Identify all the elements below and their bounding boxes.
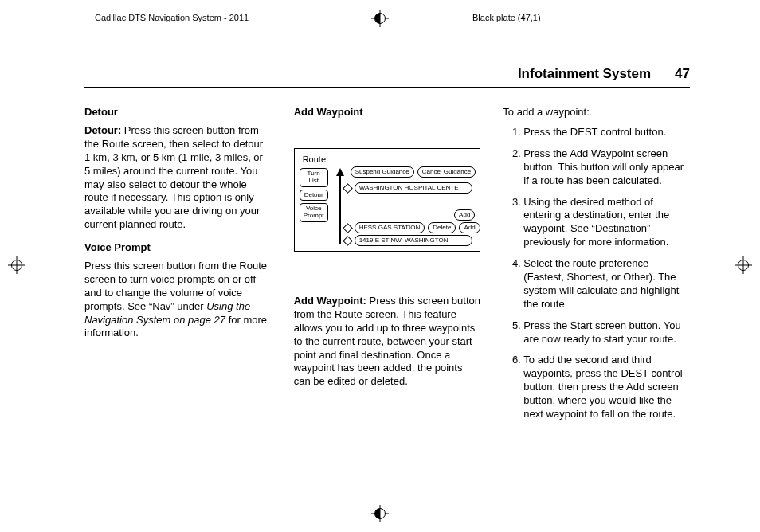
- detour-body: Press this screen button from the Route …: [84, 124, 263, 230]
- aw-body: Press this screen button from the Route …: [294, 295, 480, 387]
- step-5: Press the Start screen button. You are n…: [523, 319, 690, 346]
- route-rail-icon: [339, 174, 341, 244]
- route-start-row: 1419 E ST NW, WASHINGTON,: [344, 235, 472, 246]
- suspend-guidance-chip: Suspend Guidance: [351, 166, 414, 178]
- detour-lead: Detour:: [84, 124, 121, 136]
- column-1: Detour Detour: Press this screen button …: [84, 106, 272, 429]
- page-number: 47: [675, 65, 690, 83]
- add-button-1: Add: [454, 209, 475, 221]
- columns: Detour Detour: Press this screen button …: [84, 106, 690, 429]
- add-waypoint-paragraph: Add Waypoint: Press this screen button f…: [294, 295, 481, 389]
- header-right-text: Black plate (47,1): [472, 12, 541, 23]
- route-screen-figure: Route Turn List Detour Voice Prompt Susp…: [294, 148, 481, 252]
- add-waypoint-heading: Add Waypoint: [294, 106, 481, 119]
- route-title: Route: [303, 154, 326, 165]
- cancel-guidance-chip: Cancel Guidance: [417, 166, 476, 178]
- route-dest-row: WASHINGTON HOSPITAL CENTE: [344, 182, 472, 194]
- arrow-up-icon: [336, 168, 344, 176]
- start-marker-icon: [343, 236, 353, 246]
- step-1: Press the DEST control button.: [523, 126, 690, 139]
- running-head: Infotainment System 47: [84, 65, 690, 88]
- turn-list-button: Turn List: [300, 168, 328, 187]
- column-2: Add Waypoint Route Turn List Detour Voic…: [294, 106, 481, 429]
- registration-mark-left-icon: [8, 256, 25, 274]
- column-3: To add a waypoint: Press the DEST contro…: [503, 106, 690, 429]
- voice-prompt-button: Voice Prompt: [300, 203, 328, 222]
- destination-marker-icon: [343, 183, 353, 194]
- route-side-buttons: Turn List Detour Voice Prompt: [300, 168, 328, 222]
- destination-chip: WASHINGTON HOSPITAL CENTE: [355, 182, 472, 194]
- route-wp-row: HESS GAS STATION Delete Add: [344, 222, 480, 233]
- add-button-2: Add: [459, 222, 480, 233]
- detour-heading: Detour: [84, 106, 272, 119]
- step-3: Using the desired method of entering a d…: [523, 196, 690, 250]
- aw-lead: Add Waypoint:: [294, 295, 366, 307]
- step-4: Select the route preference (Fastest, Sh…: [523, 257, 690, 311]
- start-chip: 1419 E ST NW, WASHINGTON,: [355, 235, 472, 246]
- section-title: Infotainment System: [518, 65, 651, 83]
- voice-prompt-paragraph: Press this screen button from the Route …: [84, 260, 272, 340]
- waypoint-chip: HESS GAS STATION: [355, 222, 425, 233]
- steps-list: Press the DEST control button. Press the…: [503, 126, 690, 421]
- step-2: Press the Add Waypoint screen button. Th…: [523, 147, 690, 188]
- waypoint-marker-icon: [343, 223, 353, 233]
- voice-prompt-heading: Voice Prompt: [84, 241, 272, 255]
- registration-mark-top-icon: [371, 10, 389, 27]
- route-top-row: Suspend Guidance Cancel Guidance: [351, 166, 476, 178]
- registration-mark-right-icon: [735, 256, 752, 274]
- steps-lead: To add a waypoint:: [503, 106, 690, 119]
- step-6: To add the second and third waypoints, p…: [523, 354, 690, 421]
- detour-paragraph: Detour: Press this screen button from th…: [84, 124, 272, 232]
- detour-button: Detour: [300, 190, 328, 201]
- delete-button: Delete: [428, 222, 456, 233]
- header-left-text: Cadillac DTS Navigation System - 2011: [95, 12, 249, 23]
- content-frame: Infotainment System 47 Detour Detour: Pr…: [84, 65, 690, 429]
- route-empty-add-row: Add: [454, 209, 475, 221]
- page: Cadillac DTS Navigation System - 2011 Bl…: [0, 0, 760, 532]
- registration-mark-bottom-icon: [371, 505, 389, 522]
